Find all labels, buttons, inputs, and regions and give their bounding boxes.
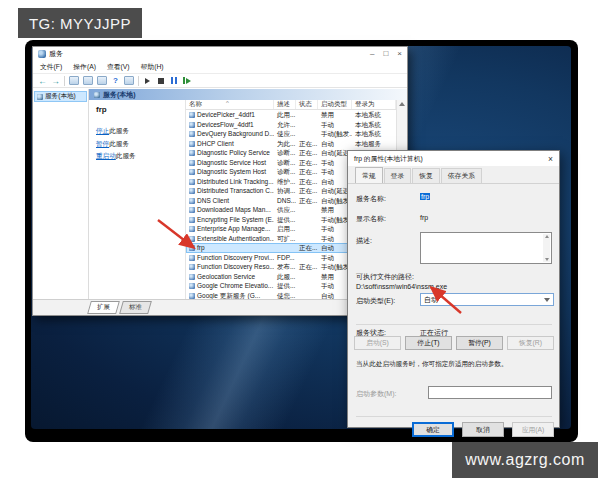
apply-button[interactable]: 应用(A): [512, 422, 554, 437]
cancel-button[interactable]: 取消: [462, 422, 504, 437]
startup-type-select[interactable]: 自动: [420, 293, 554, 306]
dialog-tabs: 常规登录恢复依存关系: [348, 166, 559, 184]
start-button[interactable]: 启动(S): [354, 336, 401, 350]
column-header-logon-as[interactable]: 登录为: [352, 100, 396, 109]
start-service-icon[interactable]: [143, 76, 152, 86]
display-name-value: frp: [420, 214, 428, 221]
DevicePicker_4ddf1[interactable]: DevicePicker_4ddf1 此用... 禁用 本地系统: [186, 110, 396, 120]
pause-button[interactable]: 暂停(P): [456, 336, 503, 350]
help-icon[interactable]: ?: [111, 76, 120, 86]
watermark-bottom: www.agzrg.com: [452, 442, 598, 478]
service-gear-icon: [189, 264, 195, 270]
sort-indicator-icon: ^: [226, 100, 229, 106]
startup-params-note: 当从此处启动服务时，你可指定所适用的启动参数。: [356, 360, 553, 368]
link-restart-service[interactable]: 重启动此服务: [96, 152, 185, 161]
tab-logon[interactable]: 登录: [384, 168, 412, 183]
extended-info-panel: frp 停止此服务 暂停此服务 重启动此服务: [89, 100, 186, 299]
service-gear-icon: [189, 236, 195, 242]
scroll-down-icon[interactable]: [545, 258, 549, 261]
toolbar-separator[interactable]: [138, 76, 139, 86]
services-app-icon: [38, 50, 46, 58]
forward-icon[interactable]: →: [51, 76, 60, 86]
properties-icon[interactable]: [83, 76, 93, 85]
resume-button[interactable]: 恢复(R): [507, 336, 554, 350]
table-header-row: 名称描述状态启动类型登录为: [186, 100, 396, 110]
tab-dependencies[interactable]: 依存关系: [441, 168, 482, 183]
service-gear-icon: [189, 150, 195, 156]
column-header-description[interactable]: 描述: [274, 100, 296, 109]
DevicesFlow_4ddf1[interactable]: DevicesFlow_4ddf1 允许... 手动 本地系统: [186, 120, 396, 130]
column-header-startup-type[interactable]: 启动类型: [318, 100, 352, 109]
service-gear-icon: [189, 217, 195, 223]
dialog-bottom-buttons: 确定取消应用(A): [348, 422, 559, 437]
DevQuery Background D...[interactable]: DevQuery Background D... 使应... 手动(触发... …: [186, 129, 396, 139]
separator: [356, 416, 552, 417]
list-view-icon[interactable]: [124, 76, 134, 85]
service-gear-icon: [189, 283, 195, 289]
ok-button[interactable]: 确定: [412, 422, 454, 437]
toolbar: ←→?: [33, 74, 407, 88]
service-gear-icon: [189, 198, 195, 204]
service-name-label: 服务名称:: [356, 194, 386, 204]
service-name-value[interactable]: frp: [420, 193, 430, 200]
watermark-top: TG: MYYJJPP: [18, 8, 142, 38]
scroll-up-icon[interactable]: [545, 235, 549, 238]
service-gear-icon: [189, 188, 195, 194]
selected-service-name: frp: [96, 105, 185, 114]
service-gear-icon: [189, 141, 195, 147]
start-params-input[interactable]: [428, 386, 552, 399]
tab-extended[interactable]: 扩展: [87, 301, 120, 314]
window-titlebar[interactable]: 服务 – □ ×: [33, 47, 407, 61]
service-gear-icon: [189, 122, 195, 128]
menu-help[interactable]: 帮助(H): [141, 62, 164, 72]
column-header-name[interactable]: 名称: [186, 100, 274, 109]
description-scrollbar[interactable]: [543, 234, 550, 262]
pane-header: 服务(本地): [89, 89, 407, 100]
toolbar-separator[interactable]: [64, 76, 65, 86]
exe-path-label: 可执行文件的路径:: [356, 272, 414, 282]
service-gear-icon: [189, 160, 195, 166]
export-list-icon[interactable]: [97, 76, 107, 85]
exe-path-value: D:\soft\nssm\win64\nssm.exe: [356, 283, 447, 290]
startup-type-label: 启动类型(E):: [356, 296, 395, 306]
dialog-body: 服务名称: frp 显示名称: frp 描述: 可执行文件的路径: D:\sof…: [348, 184, 559, 429]
dialog-titlebar[interactable]: frp 的属性(本地计算机) ×: [348, 151, 559, 166]
maximize-button[interactable]: □: [383, 50, 388, 58]
dialog-title: frp 的属性(本地计算机): [354, 154, 423, 164]
tree-item-services-local[interactable]: 服务(本地): [34, 91, 87, 102]
link-stop-service[interactable]: 停止此服务: [96, 127, 185, 136]
service-gear-icon: [189, 112, 195, 118]
page: TG: MYYJJPP 服务 – □ × 文件(F)操作(A)查看(V)帮助(H…: [0, 0, 600, 480]
menu-view[interactable]: 查看(V): [107, 62, 130, 72]
scroll-up-icon[interactable]: [399, 102, 405, 106]
link-pause-service[interactable]: 暂停此服务: [96, 140, 185, 149]
menubar: 文件(F)操作(A)查看(V)帮助(H): [33, 61, 407, 74]
service-gear-icon: [189, 293, 195, 299]
back-icon[interactable]: ←: [38, 76, 47, 86]
tab-standard[interactable]: 标准: [119, 301, 152, 314]
stop-button[interactable]: 停止(T): [405, 336, 452, 350]
separator: [356, 324, 552, 325]
DHCP Client[interactable]: DHCP Client 为此... 正在... 自动 本地服务: [186, 139, 396, 149]
frp-properties-dialog: frp 的属性(本地计算机) × 常规登录恢复依存关系 服务名称: frp 显示…: [347, 150, 560, 428]
start-params-label: 启动参数(M):: [356, 389, 396, 399]
stop-service-icon[interactable]: [156, 76, 165, 86]
column-header-status[interactable]: 状态: [296, 100, 318, 109]
dialog-close-icon[interactable]: ×: [548, 154, 553, 164]
service-gear-icon: [189, 207, 195, 213]
tab-general[interactable]: 常规: [355, 167, 383, 183]
startup-type-value: 自动: [424, 295, 438, 305]
service-action-buttons: 启动(S)停止(T)暂停(P)恢复(R): [354, 336, 554, 350]
show-console-tree-icon[interactable]: [69, 76, 79, 85]
description-input[interactable]: [420, 232, 552, 264]
menu-action[interactable]: 操作(A): [73, 62, 96, 72]
close-button[interactable]: ×: [397, 50, 402, 58]
restart-service-icon[interactable]: [182, 76, 191, 86]
service-gear-icon: [189, 274, 195, 280]
minimize-button[interactable]: –: [370, 50, 374, 58]
menu-file[interactable]: 文件(F): [40, 62, 62, 72]
pause-service-icon[interactable]: [169, 76, 178, 86]
description-label: 描述:: [356, 236, 372, 246]
service-gear-icon: [189, 169, 195, 175]
tab-recovery[interactable]: 恢复: [412, 168, 440, 183]
